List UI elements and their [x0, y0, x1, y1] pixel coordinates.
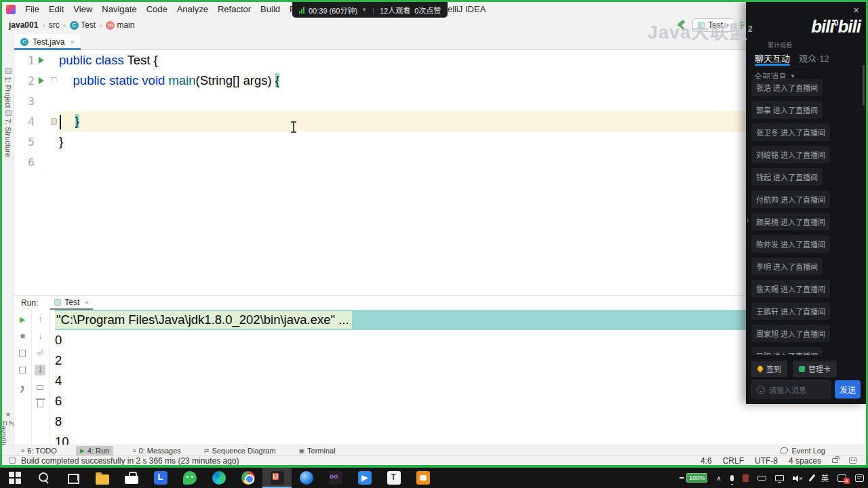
run-arrow-icon[interactable]	[39, 77, 44, 84]
device-icon[interactable]	[757, 476, 766, 481]
class-icon: m	[106, 21, 115, 30]
chat-tab[interactable]: 聊天互动	[755, 50, 790, 66]
search-icon[interactable]	[29, 468, 58, 488]
tool-window-button[interactable]: ≡ 0: Messages	[128, 446, 185, 455]
print-button[interactable]	[35, 382, 45, 392]
edge-icon[interactable]	[204, 468, 233, 488]
down-stack-button[interactable]: ↓	[35, 331, 45, 342]
code-line[interactable]: 1 public class Test {	[14, 50, 866, 70]
stop-button[interactable]: ■	[17, 331, 28, 342]
pin-button[interactable]	[17, 382, 28, 392]
tool-window-button[interactable]: ▣ Terminal	[295, 446, 340, 455]
ime-language-indicator[interactable]: 英	[821, 472, 829, 483]
chrome-icon[interactable]	[233, 468, 262, 488]
microsoft-store-icon[interactable]	[117, 468, 146, 488]
tool-window-button[interactable]: ≡ 6: TODO	[17, 446, 61, 455]
scroll-to-end-button[interactable]: ↧	[35, 365, 45, 375]
code-text[interactable]: }	[59, 131, 866, 152]
volume-muted-icon[interactable]: ×	[793, 474, 802, 482]
menu-item[interactable]: File	[20, 3, 44, 16]
breadcrumb-item[interactable]: C Test	[70, 20, 96, 30]
console-output[interactable]: "C:\Program Files\Java\jdk1.8.0_202\bin\…	[55, 310, 866, 445]
netdisk-icon[interactable]	[350, 468, 379, 488]
menu-item[interactable]: Analyze	[172, 3, 213, 16]
event-log-button[interactable]: Event Log	[781, 447, 825, 455]
run-line-gutter[interactable]	[35, 77, 48, 84]
code-line[interactable]: 2 public static void main(String[] args)…	[14, 70, 866, 91]
breadcrumb-item[interactable]: src	[49, 20, 60, 30]
close-icon[interactable]: ×	[853, 4, 859, 16]
chat-scrollbar[interactable]	[863, 65, 865, 106]
manage-card-button[interactable]: 管理卡	[793, 361, 837, 377]
screen-recorder-icon[interactable]	[408, 468, 437, 488]
code-line[interactable]: 4 }	[14, 111, 866, 131]
editor-tab-bar: C Test.java ×	[14, 34, 747, 50]
action-center-icon[interactable]: 4	[837, 474, 846, 482]
line-separator[interactable]: CRLF	[723, 456, 744, 466]
menu-item[interactable]: Navigate	[97, 3, 141, 16]
code-text[interactable]: }	[59, 111, 866, 131]
tool-window-button[interactable]: ⇄ Sequence Diagram	[200, 446, 280, 455]
check-in-pin-icon	[756, 365, 764, 372]
clear-console-button[interactable]	[35, 399, 45, 409]
file-encoding[interactable]: UTF-8	[755, 456, 778, 466]
code-text[interactable]: public static void main(String[] args) {	[59, 70, 866, 91]
indent-setting[interactable]: 4 spaces	[789, 456, 821, 466]
monitor-icon[interactable]	[775, 475, 784, 481]
menu-item[interactable]: Code	[142, 3, 172, 16]
layout-button[interactable]	[17, 365, 28, 375]
chat-message-input[interactable]: 请输入消息	[751, 380, 831, 399]
menu-item[interactable]: View	[68, 3, 97, 16]
code-with-me-icon[interactable]	[849, 458, 856, 464]
sidebar-item-project[interactable]: 1: Project	[2, 68, 14, 108]
code-text[interactable]: public class Test {	[59, 50, 866, 70]
code-editor[interactable]: 1 public class Test { 2 public static vo…	[14, 50, 866, 295]
menu-item[interactable]: Refactor	[213, 3, 256, 16]
check-in-button[interactable]: 签到	[751, 361, 787, 377]
wechat-icon[interactable]	[175, 468, 204, 488]
run-tab-test[interactable]: Test ×	[50, 296, 92, 310]
close-icon[interactable]: ×	[70, 38, 74, 46]
chat-message-list[interactable]: 张浩 进入了直播间郭枭 进入了直播间张卫冬 进入了直播间刘峻铭 进入了直播间钱起…	[751, 79, 859, 355]
tab-test-java[interactable]: C Test.java ×	[14, 34, 81, 49]
datagrip-icon[interactable]	[321, 468, 350, 488]
notes-icon[interactable]	[855, 474, 864, 482]
collapse-handle[interactable]: ‹	[747, 216, 749, 225]
run-arrow-icon[interactable]	[39, 57, 44, 64]
browser-swirl-icon[interactable]	[292, 468, 321, 488]
battery-indicator[interactable]: 100%	[679, 473, 707, 483]
rerun-button[interactable]: ▶	[17, 314, 28, 325]
close-icon[interactable]: ×	[84, 298, 88, 306]
task-view-icon[interactable]	[58, 468, 87, 488]
microphone-icon[interactable]	[730, 475, 734, 481]
sidebar-item-structure[interactable]: 7: Structure	[2, 110, 14, 157]
chevron-down-icon[interactable]: ▼	[361, 7, 367, 13]
emoji-icon[interactable]	[757, 386, 765, 394]
soft-wrap-button[interactable]: ⏎	[35, 348, 45, 359]
code-line[interactable]: 5 }	[14, 131, 866, 152]
breadcrumb-item[interactable]: java001	[9, 20, 38, 30]
tray-app-icon[interactable]	[743, 474, 749, 482]
menu-item[interactable]: Edit	[44, 3, 68, 16]
typora-icon[interactable]	[379, 468, 408, 488]
code-line[interactable]: 3	[14, 91, 866, 111]
tool-window-button[interactable]: ▶ 4: Run	[76, 446, 113, 455]
lock-icon[interactable]	[832, 458, 838, 463]
windows-ink-pen-icon[interactable]	[808, 474, 815, 482]
send-button[interactable]: 发送	[835, 380, 861, 399]
build-status-message[interactable]: Build completed successfully in 2 s 366 …	[21, 456, 239, 466]
intellij-idea-icon[interactable]	[262, 468, 292, 488]
hidden-icons-chevron[interactable]: ∧	[716, 474, 721, 482]
restart-button[interactable]	[17, 348, 28, 359]
caret-position[interactable]: 4:6	[701, 456, 712, 466]
chat-tab[interactable]: 观众·12	[799, 50, 829, 66]
up-stack-button[interactable]: ↑	[35, 314, 45, 325]
run-line-gutter[interactable]	[35, 57, 48, 64]
start-button[interactable]	[0, 468, 29, 488]
app-l-icon[interactable]	[146, 468, 175, 488]
file-explorer-icon[interactable]	[87, 468, 117, 488]
breadcrumb-item[interactable]: m main	[106, 20, 134, 30]
stream-stats-overlay[interactable]: 00:39 (60分钟) ▼ | 12人观看 0次点赞	[292, 2, 448, 18]
code-line[interactable]: 6	[14, 152, 866, 172]
menu-item[interactable]: Build	[256, 3, 285, 16]
